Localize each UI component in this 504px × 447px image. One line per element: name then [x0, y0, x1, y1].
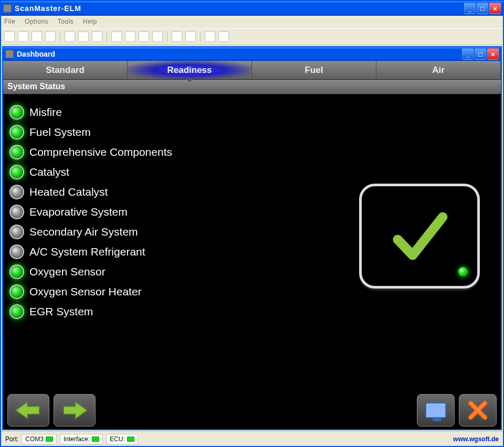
menu-help[interactable]: Help [83, 18, 97, 25]
child-close-button[interactable]: × [487, 48, 499, 60]
monitor-button[interactable] [417, 394, 455, 427]
child-title: Dashboard [17, 50, 461, 58]
toolbar-button[interactable] [4, 31, 15, 42]
status-row: Fuel System [9, 125, 495, 140]
status-interface: Interface: [60, 434, 103, 444]
child-titlebar: Dashboard _ □ × [3, 47, 501, 61]
toolbar-button[interactable] [18, 31, 28, 42]
arrow-left-icon [16, 400, 41, 421]
monitor-icon [425, 402, 446, 418]
section-header: System Status [3, 80, 501, 94]
status-label: Evaporative System [29, 206, 128, 218]
app-icon [3, 4, 12, 13]
tab-readiness[interactable]: Readiness [128, 61, 252, 79]
tabs: Standard Readiness Fuel Air [3, 61, 501, 80]
arrow-right-icon [62, 400, 87, 421]
status-link[interactable]: www.wgsoft.de [453, 435, 499, 443]
toolbar-button[interactable] [111, 31, 122, 42]
status-led [9, 165, 24, 179]
svg-marker-0 [16, 402, 39, 419]
status-row: Catalyst [9, 165, 495, 179]
bottombar [3, 391, 501, 429]
statusbar: Port: COM3 Interface: ECU: www.wgsoft.de [1, 431, 503, 446]
status-led-icon [127, 437, 134, 442]
menu-tools[interactable]: Tools [58, 18, 74, 25]
readiness-pass-indicator [359, 184, 480, 289]
status-label: Misfire [29, 106, 62, 119]
status-led [9, 225, 24, 239]
status-port: COM3 [22, 434, 57, 444]
toolbar-button[interactable] [125, 31, 135, 42]
child-minimize-button[interactable]: _ [462, 48, 474, 60]
child-icon [5, 50, 14, 58]
status-label: Comprehensive Components [29, 146, 172, 158]
status-led [9, 185, 24, 199]
status-led [9, 105, 24, 120]
outer-titlebar: ScanMaster-ELM _ □ × [1, 1, 503, 16]
toolbar-button[interactable] [32, 31, 42, 42]
x-icon [467, 400, 488, 421]
status-led [9, 244, 24, 259]
maximize-button[interactable]: □ [477, 3, 488, 14]
menubar: File Options Tools Help [1, 16, 503, 28]
toolbar-button[interactable] [139, 31, 149, 42]
toolbar-button[interactable] [218, 31, 229, 42]
close-button[interactable]: × [489, 3, 501, 14]
menu-options[interactable]: Options [25, 18, 48, 25]
app-title: ScanMaster-ELM [15, 4, 463, 13]
toolbar-button[interactable] [45, 31, 56, 42]
status-led [9, 205, 24, 219]
cancel-button[interactable] [459, 394, 497, 427]
toolbar-button[interactable] [205, 31, 215, 42]
status-led [9, 145, 24, 159]
status-led-icon [92, 437, 99, 442]
prev-button[interactable] [7, 394, 49, 427]
child-maximize-button[interactable]: □ [475, 48, 486, 60]
status-led [9, 304, 24, 319]
tab-standard[interactable]: Standard [3, 61, 128, 79]
status-ecu: ECU: [106, 434, 138, 444]
status-row: Misfire [9, 105, 495, 120]
indicator-dot [458, 267, 468, 276]
toolbar [1, 28, 503, 45]
menu-file[interactable]: File [4, 18, 15, 25]
status-label: Oxygen Sensor Heater [29, 285, 142, 298]
status-label: Fuel System [29, 126, 91, 139]
status-label: Secondary Air System [29, 226, 138, 238]
status-row: Comprehensive Components [9, 145, 495, 159]
status-label: Heated Catalyst [29, 186, 108, 198]
toolbar-button[interactable] [172, 31, 182, 42]
status-led-icon [46, 437, 53, 442]
status-label: A/C System Refrigerant [29, 246, 145, 258]
status-led [9, 125, 24, 140]
status-port-label: Port: [5, 435, 18, 443]
tab-air[interactable]: Air [376, 61, 501, 79]
status-label: EGR System [29, 305, 93, 318]
minimize-button[interactable]: _ [464, 3, 476, 14]
status-row: EGR System [9, 304, 495, 319]
next-button[interactable] [54, 394, 96, 427]
toolbar-button[interactable] [152, 31, 163, 42]
status-label: Catalyst [29, 166, 69, 178]
toolbar-button[interactable] [185, 31, 196, 42]
tab-fuel[interactable]: Fuel [252, 61, 376, 79]
toolbar-button[interactable] [65, 31, 75, 42]
toolbar-button[interactable] [92, 31, 102, 42]
status-led [9, 264, 24, 279]
svg-marker-1 [64, 402, 87, 419]
toolbar-button[interactable] [78, 31, 89, 42]
checkmark-icon [385, 202, 454, 270]
status-label: Oxygen Sensor [29, 265, 106, 278]
status-led [9, 284, 24, 299]
